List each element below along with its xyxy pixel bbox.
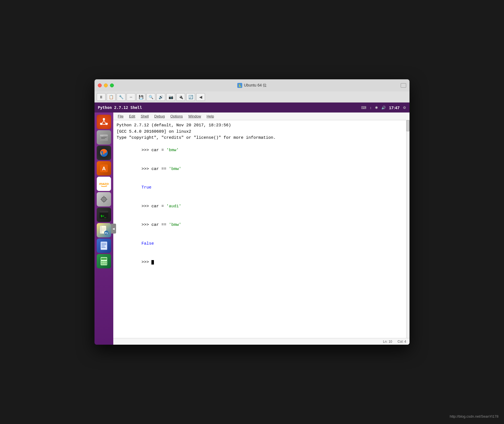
sidebar-item-terminal[interactable]: $>_ bbox=[97, 208, 111, 222]
shell-line-2: [GCC 5.4.0 20160609] on linux2 bbox=[117, 129, 406, 135]
app-title-bar: Python 2.7.12 Shell ⌨ ↕ ✱ 🔊 17:47 ⚙ bbox=[95, 103, 410, 112]
cmd3-value: 'audi' bbox=[166, 204, 181, 209]
cmd1-var: car = bbox=[151, 148, 166, 153]
menu-window[interactable]: Window bbox=[186, 114, 203, 119]
shell-output[interactable]: Python 2.7.12 (default, Nov 20 2017, 18:… bbox=[113, 120, 410, 338]
volume-icon: 🔊 bbox=[381, 106, 386, 110]
cmd2-value: 'bmw' bbox=[169, 167, 181, 171]
svg-rect-33 bbox=[101, 261, 103, 263]
application-window: 🐍 Ubuntu 64 位 ⏸ 📋 🔧 ↔ 💾 🔍 🔊 📷 🔌 🔄 ◀ Pyth… bbox=[95, 79, 410, 345]
sidebar-item-settings[interactable] bbox=[97, 192, 111, 206]
svg-rect-30 bbox=[101, 247, 106, 248]
main-layout: A amazon bbox=[95, 112, 410, 345]
sidebar-item-calc[interactable] bbox=[97, 254, 111, 268]
shell-line-3: Type "copyright", "credits" or "license(… bbox=[117, 135, 406, 141]
sidebar-item-files[interactable] bbox=[97, 130, 111, 145]
menu-options[interactable]: Options bbox=[168, 114, 185, 119]
sidebar-collapse-button[interactable]: ◀ bbox=[111, 224, 116, 234]
toolbar-search-button[interactable]: 🔍 bbox=[146, 93, 155, 101]
svg-text:amazon: amazon bbox=[99, 182, 109, 186]
arrows-icon: ↕ bbox=[370, 106, 372, 110]
window-resize-button[interactable] bbox=[401, 83, 406, 88]
svg-text:Py: Py bbox=[105, 232, 108, 234]
shell-line-1: Python 2.7.12 (default, Nov 20 2017, 18:… bbox=[117, 122, 406, 129]
watermark: http://blog.csdn.net/SeanYi178 bbox=[450, 414, 498, 418]
result-true: True bbox=[141, 185, 151, 190]
prompt-2: >>> bbox=[141, 167, 151, 171]
status-bar: Ln: 10 Col: 4 bbox=[113, 338, 410, 345]
toolbar-camera-button[interactable]: 📷 bbox=[166, 93, 175, 101]
cmd2-var: car == bbox=[151, 167, 169, 171]
svg-rect-29 bbox=[101, 246, 105, 246]
svg-text:A: A bbox=[102, 166, 106, 171]
col-status: Col: 4 bbox=[398, 340, 406, 344]
cmd4-var: car == bbox=[151, 223, 169, 227]
sidebar-item-ubuntu[interactable] bbox=[97, 115, 111, 129]
cmd4-value: 'bmw' bbox=[169, 223, 181, 227]
traffic-lights bbox=[98, 83, 114, 87]
svg-rect-7 bbox=[101, 137, 107, 138]
menu-edit[interactable]: Edit bbox=[127, 114, 137, 119]
menu-shell[interactable]: Shell bbox=[138, 114, 151, 119]
minimize-button[interactable] bbox=[104, 83, 108, 87]
prompt-4: >>> bbox=[141, 223, 151, 227]
line-status: Ln: 10 bbox=[383, 340, 392, 344]
toolbar-back-button[interactable]: ◀ bbox=[196, 93, 205, 101]
cmd3-var: car = bbox=[151, 204, 166, 209]
toolbar-clipboard-button[interactable]: 📋 bbox=[107, 93, 116, 101]
shell-line-4: >>> car = 'bmw' bbox=[117, 141, 406, 160]
sidebar-item-python-notebook[interactable]: Py bbox=[97, 223, 111, 237]
app-title: Python 2.7.12 Shell bbox=[98, 105, 142, 110]
shell-line-10: >>> bbox=[117, 253, 406, 272]
svg-rect-6 bbox=[100, 135, 103, 136]
prompt-1: >>> bbox=[141, 148, 151, 153]
prompt-3: >>> bbox=[141, 204, 151, 209]
toolbar-refresh-button[interactable]: 🔄 bbox=[186, 93, 195, 101]
menu-debug[interactable]: Debug bbox=[152, 114, 167, 119]
toolbar-volume-button[interactable]: 🔊 bbox=[156, 93, 165, 101]
settings-icon[interactable]: ⚙ bbox=[403, 106, 406, 110]
result-false: False bbox=[141, 241, 154, 246]
cmd1-value: 'bmw' bbox=[166, 148, 179, 153]
scrollbar-track[interactable] bbox=[406, 120, 410, 338]
toolbar-wrench-button[interactable]: 🔧 bbox=[117, 93, 125, 101]
sidebar-item-firefox[interactable] bbox=[97, 146, 111, 160]
svg-text:$>_: $>_ bbox=[101, 214, 106, 218]
shell-line-5: >>> car == 'bmw' bbox=[117, 160, 406, 179]
sidebar-item-appcenter[interactable]: A bbox=[97, 161, 111, 176]
menu-bar: File Edit Shell Debug Options Window Hel… bbox=[113, 112, 410, 120]
svg-point-15 bbox=[103, 198, 105, 200]
toolbar-save-button[interactable]: 💾 bbox=[136, 93, 145, 101]
shell-line-9: False bbox=[117, 234, 406, 253]
shell-line-7: >>> car = 'audi' bbox=[117, 197, 406, 216]
menu-file[interactable]: File bbox=[116, 114, 126, 119]
shell-line-6: True bbox=[117, 179, 406, 197]
sidebar-item-amazon[interactable]: amazon bbox=[97, 177, 111, 191]
menu-help[interactable]: Help bbox=[204, 114, 216, 119]
keyboard-icon: ⌨ bbox=[361, 106, 366, 110]
svg-rect-34 bbox=[103, 261, 105, 263]
svg-rect-8 bbox=[101, 138, 105, 139]
svg-rect-32 bbox=[101, 258, 107, 260]
close-button[interactable] bbox=[98, 83, 102, 87]
window-title: 🐍 Ubuntu 64 位 bbox=[237, 83, 267, 88]
cursor bbox=[151, 260, 154, 265]
toolbar: ⏸ 📋 🔧 ↔ 💾 🔍 🔊 📷 🔌 🔄 ◀ bbox=[95, 91, 410, 103]
clock: 17:47 bbox=[389, 105, 400, 110]
toolbar-arrows-button[interactable]: ↔ bbox=[127, 93, 135, 101]
system-tray: ⌨ ↕ ✱ 🔊 17:47 ⚙ bbox=[361, 105, 406, 110]
window-icon: 🐍 bbox=[237, 83, 242, 88]
status-separator bbox=[394, 340, 395, 344]
svg-rect-36 bbox=[101, 263, 103, 265]
title-bar: 🐍 Ubuntu 64 位 bbox=[95, 79, 410, 91]
svg-rect-17 bbox=[99, 211, 108, 213]
content-area: File Edit Shell Debug Options Window Hel… bbox=[113, 112, 410, 345]
svg-rect-37 bbox=[103, 263, 105, 265]
svg-rect-35 bbox=[105, 261, 107, 263]
toolbar-usb-button[interactable]: 🔌 bbox=[176, 93, 185, 101]
svg-rect-28 bbox=[101, 244, 106, 245]
sidebar-item-writer[interactable] bbox=[97, 239, 111, 253]
maximize-button[interactable] bbox=[110, 83, 114, 87]
scrollbar-thumb[interactable] bbox=[406, 120, 410, 131]
toolbar-pause-button[interactable]: ⏸ bbox=[97, 93, 106, 101]
